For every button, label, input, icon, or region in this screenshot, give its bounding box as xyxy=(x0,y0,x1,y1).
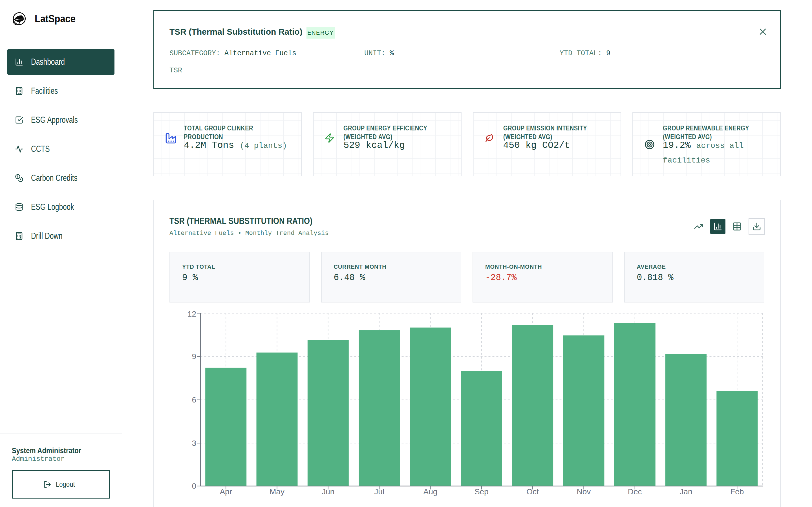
svg-text:Feb: Feb xyxy=(730,487,744,496)
svg-text:6: 6 xyxy=(192,395,196,404)
svg-text:Jul: Jul xyxy=(374,487,384,496)
svg-text:Apr: Apr xyxy=(220,487,232,496)
svg-text:9: 9 xyxy=(192,352,196,361)
svg-text:3: 3 xyxy=(192,439,196,448)
svg-text:Dec: Dec xyxy=(628,487,642,496)
svg-text:12: 12 xyxy=(188,309,196,318)
svg-text:Oct: Oct xyxy=(526,487,539,496)
svg-text:Nov: Nov xyxy=(577,487,591,496)
svg-text:Aug: Aug xyxy=(423,487,437,496)
svg-text:Jun: Jun xyxy=(322,487,335,496)
svg-text:May: May xyxy=(269,487,285,496)
svg-text:Sep: Sep xyxy=(474,487,489,496)
svg-text:Jan: Jan xyxy=(679,487,692,496)
svg-text:0: 0 xyxy=(192,482,196,490)
